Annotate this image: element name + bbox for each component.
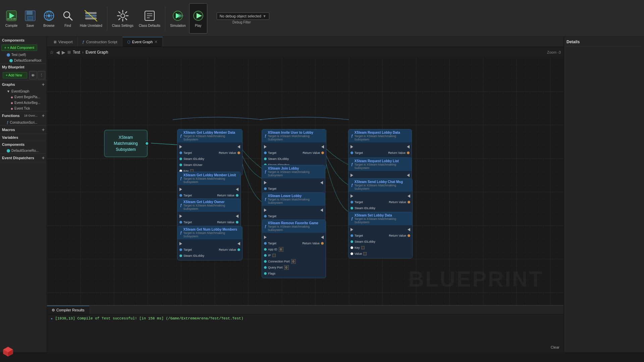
node4-function-icon: ƒ [180, 231, 182, 235]
node-get-lobby-member-data[interactable]: ƒ XSteam Get Lobby Member Data Target is… [177, 129, 243, 176]
class-defaults-button[interactable]: Class Defaults [137, 3, 162, 34]
node-invite-user-to-lobby[interactable]: ƒ XSteam Invite User to Lobby Target is … [262, 129, 326, 170]
graphs-section: Graphs + ▼ EventGraph ◆ Event BeginPla..… [0, 80, 47, 112]
tab-close-icon[interactable]: ✕ [154, 40, 158, 44]
tab-event-graph-label: Event Graph [132, 40, 153, 44]
node-get-num-lobby-members[interactable]: ƒ XSteam Get Num Lobby Members Target is… [177, 226, 243, 260]
breadcrumb-forward-button[interactable]: ▶ [62, 50, 65, 55]
scene-root2-icon [7, 149, 10, 153]
node8-ip-checkbox[interactable] [272, 254, 276, 257]
node5-function-icon: ƒ [265, 134, 267, 138]
find-button[interactable]: Find [59, 3, 76, 34]
node-set-lobby-data[interactable]: ƒ XSteam Set Lobby Data Target is XSteam… [348, 212, 413, 258]
compile-icon [5, 9, 18, 22]
tab-event-graph[interactable]: ⬡ Event Graph ✕ [122, 37, 163, 47]
macros-section: Macros + [0, 126, 47, 134]
node11-exec-out [408, 194, 410, 198]
breadcrumb-test[interactable]: Test [73, 50, 80, 55]
simulation-button[interactable]: Simulation [168, 3, 188, 34]
construction-script-item[interactable]: ƒ ConstructionScri... [0, 120, 47, 125]
components-section: Components + + Add Component Test (self)… [0, 37, 47, 64]
event-tick-item[interactable]: ◆ Event Tick [0, 106, 47, 111]
play-button[interactable]: Play [189, 3, 207, 34]
add-new-button[interactable]: + Add New [3, 72, 27, 78]
tab-bar: 🖥 Viewport ƒ Construction Script ⬡ Event… [47, 37, 564, 47]
node3-exec-out [236, 215, 238, 218]
default-scene-root-item[interactable]: DefaultSceneRoot [0, 58, 47, 63]
event-graph-item[interactable]: ▼ EventGraph [0, 88, 47, 94]
more-options-button[interactable]: ⋮ [38, 71, 45, 79]
test-self-item[interactable]: Test (self) [0, 52, 47, 58]
node11-target-pin [351, 201, 353, 203]
graph-area[interactable]: XSteam Matchmaking Subsystem ƒ XSteam Ge… [47, 58, 564, 305]
macros-plus-icon[interactable]: + [42, 127, 45, 132]
class-defaults-label: Class Defaults [139, 24, 160, 27]
components-header[interactable]: Components [0, 37, 47, 44]
node8-ip-pin [264, 254, 267, 257]
find-icon [61, 9, 74, 22]
clear-button[interactable]: Clear [551, 345, 559, 349]
node2-target-pin [179, 194, 182, 197]
node5-subtitle: Target is XSteam Matchmaking Subsystem [268, 134, 323, 141]
breadcrumb-event-graph[interactable]: Event Graph [86, 50, 108, 55]
toolbar: Compile Save Browse [0, 0, 644, 37]
simulation-label: Simulation [170, 24, 186, 27]
graphs-plus-icon[interactable]: + [42, 82, 45, 87]
class-settings-icon [116, 9, 129, 22]
node11-title: XSteam Send Lobby Chat Msg [355, 180, 410, 184]
node8-connport-pin [264, 260, 267, 263]
macros-header[interactable]: Macros + [0, 126, 47, 134]
event-begin-play-item[interactable]: ◆ Event BeginPla... [0, 94, 47, 100]
class-settings-button[interactable]: Class Settings [110, 3, 136, 34]
play-icon [192, 9, 205, 22]
compile-message-row: • [1938,13] Compile of Test successful! … [50, 316, 560, 322]
diamond3-icon: ◆ [11, 107, 13, 110]
node6-function-icon: ƒ [265, 170, 267, 174]
event-dispatchers-plus-icon[interactable]: + [42, 155, 45, 161]
node8-exec-out [321, 236, 324, 239]
node9-target-pin [351, 152, 353, 154]
subsystem-box[interactable]: XSteam Matchmaking Subsystem [104, 130, 148, 157]
left-panel: Components + + Add Component Test (self)… [0, 37, 47, 352]
node11-exec-in [351, 194, 353, 198]
tab-construction-script[interactable]: ƒ Construction Script [78, 37, 122, 47]
my-blueprint-header[interactable]: My Blueprint [0, 64, 47, 70]
favorite-icon[interactable]: ☆ [50, 50, 54, 55]
compiler-results-tab[interactable]: ⚙ Compiler Results [47, 306, 89, 314]
browse-button[interactable]: Browse [40, 3, 58, 34]
variables-header[interactable]: Variables [0, 134, 47, 141]
node3-function-icon: ƒ [180, 203, 182, 207]
default-scene-root2-item[interactable]: DefaultSceneRo... [0, 148, 47, 154]
node12-value-checkbox[interactable] [363, 252, 367, 255]
event-actor-begin-item[interactable]: ◆ Event ActorBeg... [0, 100, 47, 106]
node11-subtitle: Target is XSteam Matchmaking Subsystem [355, 184, 410, 190]
grid-view-icon[interactable]: ⊞ [67, 50, 71, 55]
event-dispatchers-header[interactable]: Event Dispatchers + [0, 154, 47, 162]
construction-script-tab-icon: ƒ [83, 40, 85, 44]
node8-appid-pin [264, 248, 267, 251]
functions-plus-icon[interactable]: + [42, 113, 45, 118]
node-remove-favorite-game[interactable]: ƒ XSteam Remove Favorite Game Target is … [262, 220, 326, 278]
bottom-content: • [1938,13] Compile of Test successful! … [47, 314, 564, 352]
node10-subtitle: Target is XSteam Matchmaking Subsystem [355, 163, 409, 170]
node4-return-pin [237, 248, 240, 251]
node12-key-checkbox[interactable] [361, 246, 365, 249]
svg-line-27 [125, 18, 126, 20]
save-button[interactable]: Save [21, 3, 39, 34]
graphs-header[interactable]: Graphs + [0, 80, 47, 88]
add-component-button[interactable]: + + Add Component [1, 45, 37, 51]
hide-unrelated-button[interactable]: Hide Unrelated [78, 3, 104, 34]
svg-line-29 [119, 18, 120, 20]
breadcrumb-back-button[interactable]: ◀ [56, 50, 60, 55]
compile-button[interactable]: Compile [3, 3, 20, 34]
eye-button[interactable]: 👁 [29, 71, 37, 79]
node12-subtitle: Target is XSteam Matchmaking Subsystem [355, 217, 410, 224]
node3-title: XSteam Get Lobby Owner [183, 200, 238, 204]
node9-title: XSteam Request Lobby Data [355, 131, 409, 134]
debug-object-selector[interactable]: No debug object selected ▼ [217, 12, 269, 20]
my-blueprint-section: My Blueprint + Add New 👁 ⋮ [0, 64, 47, 80]
tab-viewport[interactable]: 🖥 Viewport [48, 37, 78, 47]
components-bp-header[interactable]: Components [0, 141, 47, 148]
functions-header[interactable]: Functions 18 Over... + [0, 112, 47, 120]
node7-exec-in [264, 208, 267, 212]
